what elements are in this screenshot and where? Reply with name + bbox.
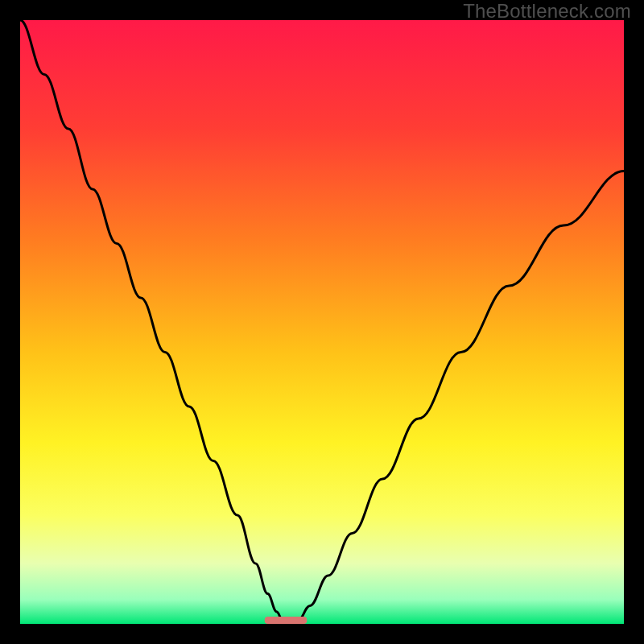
chart-frame: TheBottleneck.com bbox=[0, 0, 644, 644]
optimal-marker bbox=[265, 617, 308, 624]
plot-svg bbox=[20, 20, 624, 624]
plot-area bbox=[20, 20, 624, 624]
gradient-background bbox=[20, 20, 624, 624]
watermark-text: TheBottleneck.com bbox=[463, 0, 631, 23]
